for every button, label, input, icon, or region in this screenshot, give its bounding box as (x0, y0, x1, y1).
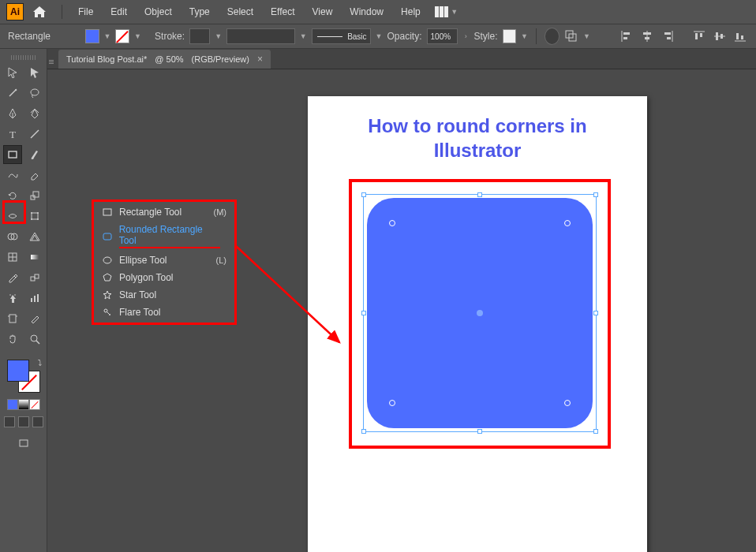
ellipse-icon (102, 255, 113, 266)
rectangle-tool[interactable] (3, 145, 22, 164)
document-tab-strip: Tutorial Blog Post.ai* @ 50% (RGB/Previe… (47, 49, 756, 69)
artboard-tool[interactable] (3, 309, 22, 328)
flare-icon (102, 307, 113, 318)
draw-behind[interactable] (18, 416, 29, 427)
svg-rect-12 (664, 32, 671, 35)
flyout-item-label: Rounded Rectangle Tool (119, 224, 220, 248)
eraser-tool[interactable] (25, 166, 44, 185)
artboard-title-text: How to round corners in Illustrator (308, 96, 647, 170)
pen-tool[interactable] (3, 104, 22, 123)
menu-help[interactable]: Help (393, 3, 429, 21)
brush-label: Basic (347, 32, 366, 41)
paintbrush-tool[interactable] (25, 145, 44, 164)
home-icon[interactable] (30, 2, 49, 21)
color-mode-solid[interactable] (7, 399, 18, 410)
align-to-selection-button[interactable] (564, 28, 578, 44)
align-left-button[interactable] (619, 28, 634, 44)
svg-point-35 (31, 218, 32, 220)
fill-stroke-indicator[interactable]: ⤵ (7, 360, 40, 393)
width-tool[interactable] (3, 207, 22, 226)
gradient-tool[interactable] (25, 248, 44, 267)
blend-tool[interactable] (25, 268, 44, 287)
fill-color-indicator[interactable] (7, 360, 29, 382)
flyout-ellipse-tool[interactable]: Ellipse Tool (L) (94, 252, 234, 269)
symbol-sprayer-tool[interactable] (3, 289, 22, 308)
direct-selection-tool[interactable] (25, 63, 44, 82)
shape-builder-tool[interactable] (3, 227, 22, 246)
artboard[interactable]: How to round corners in Illustrator (308, 96, 647, 552)
svg-line-23 (9, 90, 16, 96)
lasso-tool[interactable] (25, 84, 44, 103)
flyout-rounded-rectangle-tool[interactable]: Rounded Rectangle Tool (94, 221, 234, 252)
perspective-grid-tool[interactable] (25, 227, 44, 246)
align-bottom-button[interactable] (732, 28, 748, 44)
flyout-polygon-tool[interactable]: Polygon Tool (94, 269, 234, 286)
stroke-weight-input[interactable] (189, 28, 210, 44)
stroke-swatch[interactable] (115, 29, 129, 43)
fill-swatch[interactable] (85, 29, 99, 43)
tab-grip[interactable] (49, 60, 54, 64)
magic-wand-tool[interactable] (3, 84, 22, 103)
document-tab[interactable]: Tutorial Blog Post.ai* @ 50% (RGB/Previe… (58, 50, 271, 69)
variable-width-profile[interactable] (226, 28, 295, 44)
menu-object[interactable]: Object (137, 3, 180, 21)
svg-rect-49 (34, 296, 36, 302)
flyout-star-tool[interactable]: Star Tool (94, 286, 234, 304)
stroke-weight-caret[interactable]: ▼ (215, 32, 222, 40)
type-tool[interactable]: T (3, 125, 22, 144)
menu-file[interactable]: File (70, 3, 101, 21)
stroke-dropdown-caret[interactable]: ▼ (134, 32, 141, 40)
svg-rect-48 (31, 298, 32, 302)
slice-tool[interactable] (25, 309, 44, 328)
close-tab-icon[interactable]: × (257, 54, 263, 65)
menu-select[interactable]: Select (219, 3, 261, 21)
scale-tool[interactable] (25, 186, 44, 205)
svg-rect-44 (35, 274, 39, 278)
artboard-wrapper: How to round corners in Illustrator (308, 96, 647, 552)
curvature-tool[interactable] (25, 104, 44, 123)
rectangle-icon (102, 207, 113, 218)
svg-point-33 (31, 212, 32, 214)
stroke-label: Stroke: (155, 31, 185, 42)
align-vcenter-button[interactable] (712, 28, 728, 44)
brush-definition[interactable]: Basic (312, 28, 371, 44)
menu-edit[interactable]: Edit (103, 3, 135, 21)
svg-rect-7 (623, 37, 627, 39)
column-graph-tool[interactable] (25, 289, 44, 308)
flyout-rectangle-tool[interactable]: Rectangle Tool (M) (94, 203, 234, 221)
align-top-button[interactable] (691, 28, 707, 44)
fill-dropdown-caret[interactable]: ▼ (104, 32, 111, 40)
color-mode-gradient[interactable] (18, 399, 29, 410)
hand-tool[interactable] (3, 330, 22, 349)
free-transform-tool[interactable] (25, 207, 44, 226)
rotate-tool[interactable] (3, 186, 22, 205)
swap-fill-stroke-icon[interactable]: ⤵ (38, 358, 42, 367)
align-hcenter-button[interactable] (639, 28, 655, 44)
recolor-artwork-button[interactable] (545, 28, 560, 45)
menu-window[interactable]: Window (342, 3, 391, 21)
line-segment-tool[interactable] (25, 125, 44, 144)
document-viewport[interactable]: Tutorial Blog Post.ai* @ 50% (RGB/Previe… (47, 49, 756, 552)
svg-rect-9 (643, 32, 651, 35)
zoom-tool[interactable] (25, 330, 44, 349)
screen-mode-button[interactable] (14, 434, 33, 453)
panel-grip[interactable] (11, 55, 36, 60)
menu-view[interactable]: View (305, 3, 341, 21)
opacity-input[interactable]: 100% (427, 28, 458, 44)
svg-rect-43 (31, 277, 35, 281)
flyout-item-label: Polygon Tool (119, 272, 174, 283)
flyout-flare-tool[interactable]: Flare Tool (94, 304, 234, 321)
draw-normal[interactable] (4, 416, 15, 427)
mesh-tool[interactable] (3, 248, 22, 267)
draw-inside[interactable] (32, 416, 43, 427)
annotation-highlight-frame (349, 179, 611, 449)
arrange-documents-button[interactable]: ▼ (435, 6, 458, 17)
color-mode-none[interactable] (29, 399, 40, 410)
eyedropper-tool[interactable] (3, 268, 22, 287)
menu-type[interactable]: Type (182, 3, 218, 21)
graphic-style-swatch[interactable] (503, 29, 517, 43)
menu-effect[interactable]: Effect (263, 3, 302, 21)
align-right-button[interactable] (660, 28, 676, 44)
shaper-tool[interactable] (3, 166, 22, 185)
selection-tool[interactable] (3, 63, 22, 82)
